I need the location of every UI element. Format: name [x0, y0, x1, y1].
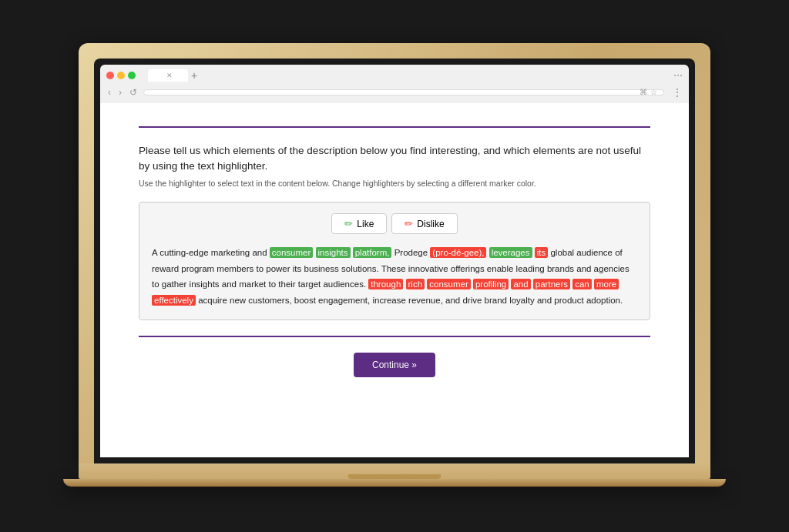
- highlight-through: through: [368, 279, 403, 289]
- highlight-effectively: effectively: [152, 295, 196, 306]
- highlight-leverages: leverages: [489, 247, 532, 258]
- button-row: ✏ Like ✏ Dislike: [152, 213, 637, 234]
- bottom-divider: [139, 336, 650, 337]
- laptop-notch: [348, 474, 441, 479]
- laptop-screen-body: ✕ + ⋯ ‹ › ↺ ⌘ ☆: [79, 43, 710, 463]
- browser-menu-icon: ⋯: [673, 70, 683, 81]
- highlight-partners: partners: [533, 279, 570, 289]
- minimize-window-button[interactable]: [117, 72, 125, 79]
- browser-chrome: ✕ + ⋯ ‹ › ↺ ⌘ ☆: [100, 65, 689, 103]
- highlight-consumer: consumer: [270, 247, 314, 258]
- traffic-lights: [106, 72, 136, 79]
- dislike-label: Dislike: [417, 219, 444, 229]
- highlight-and: and: [511, 279, 530, 289]
- like-icon: ✏: [344, 218, 353, 229]
- bookmark-icon: ☆: [650, 88, 657, 96]
- highlight-insights: insights: [316, 247, 351, 258]
- tab-close-icon[interactable]: ✕: [166, 72, 173, 79]
- content-plain-1: A cutting-edge marketing and: [152, 248, 270, 257]
- instruction-subtitle: Use the highlighter to select text in th…: [139, 179, 650, 188]
- highlight-can: can: [572, 279, 592, 289]
- laptop-bottom: [63, 479, 726, 487]
- highlight-its: its: [535, 247, 549, 258]
- screen-content: Please tell us which elements of the des…: [100, 103, 689, 457]
- content-body: A cutting-edge marketing and consumer in…: [152, 245, 637, 309]
- screen-bezel: ✕ + ⋯ ‹ › ↺ ⌘ ☆: [94, 59, 695, 463]
- highlight-rich: rich: [406, 279, 425, 289]
- laptop-base: [79, 463, 710, 479]
- highlight-profiling: profiling: [473, 279, 509, 289]
- instruction-title: Please tell us which elements of the des…: [139, 143, 650, 175]
- dislike-icon: ✏: [405, 218, 413, 229]
- browser-options: ⋯: [673, 70, 683, 81]
- address-bar-row: ‹ › ↺ ⌘ ☆ ⋮: [106, 86, 683, 99]
- refresh-button[interactable]: ↺: [128, 87, 139, 98]
- like-label: Like: [357, 219, 374, 229]
- browser-title-bar: ✕ + ⋯: [106, 69, 683, 82]
- new-tab-button[interactable]: +: [191, 69, 197, 82]
- highlight-prodege-pronunciation: (pro-dé-gee),: [430, 247, 486, 258]
- highlight-box: ✏ Like ✏ Dislike A cutting-edge marketin…: [139, 202, 650, 320]
- highlight-more: more: [594, 279, 619, 289]
- cmd-icon: ⌘: [640, 88, 647, 96]
- browser-tab[interactable]: ✕: [148, 69, 188, 82]
- page-content: Please tell us which elements of the des…: [100, 103, 689, 393]
- close-window-button[interactable]: [106, 72, 114, 79]
- highlight-platform: platform,: [353, 247, 392, 258]
- top-divider: [139, 126, 650, 128]
- address-bar-icons: ⌘ ☆: [640, 88, 657, 96]
- maximize-window-button[interactable]: [128, 72, 136, 79]
- continue-button[interactable]: Continue »: [354, 353, 435, 377]
- browser-overflow-menu[interactable]: ⋮: [672, 86, 683, 99]
- like-button[interactable]: ✏ Like: [331, 213, 387, 234]
- laptop-container: ✕ + ⋯ ‹ › ↺ ⌘ ☆: [63, 43, 726, 490]
- content-plain-5: acquire new customers, boost engagement,…: [196, 296, 623, 305]
- dislike-button[interactable]: ✏ Dislike: [391, 213, 457, 234]
- address-bar[interactable]: ⌘ ☆: [143, 89, 664, 95]
- highlight-consumer2: consumer: [427, 279, 471, 289]
- tab-bar: ✕ +: [148, 69, 669, 82]
- forward-button[interactable]: ›: [117, 87, 123, 98]
- back-button[interactable]: ‹: [106, 87, 112, 98]
